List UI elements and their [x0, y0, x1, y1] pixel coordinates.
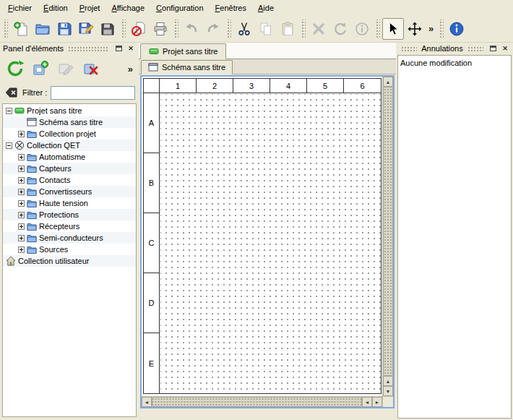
- float-panel-button[interactable]: [488, 44, 498, 53]
- tree-item-label: Schéma sans titre: [39, 118, 103, 127]
- float-panel-button[interactable]: [113, 44, 124, 53]
- expand-expander-icon[interactable]: [18, 189, 25, 195]
- save-as-button[interactable]: [75, 18, 97, 40]
- clear-filter-icon: [5, 86, 18, 99]
- move-tool-button[interactable]: [404, 18, 426, 40]
- collapse-expander-icon[interactable]: [6, 142, 12, 149]
- undo-empty-message[interactable]: Aucune modification: [400, 57, 509, 68]
- close-document-button[interactable]: [128, 18, 150, 40]
- tab-projet-sans-titre[interactable]: Projet sans titre: [140, 43, 226, 59]
- schema-canvas[interactable]: [160, 94, 381, 393]
- filter-row: Filtrer :: [0, 83, 139, 102]
- tree-item-automatisme[interactable]: Automatisme: [3, 151, 136, 163]
- scroll-up-button[interactable]: ▲: [383, 376, 393, 386]
- tree-item-capteurs[interactable]: Capteurs: [3, 163, 136, 174]
- expand-expander-icon[interactable]: [18, 177, 25, 184]
- expand-expander-icon[interactable]: [18, 235, 25, 241]
- elements-panel: Panel d'éléments ✕ » Filtrer :: [0, 43, 139, 420]
- delete-button[interactable]: [308, 18, 329, 40]
- reload-collections-button[interactable]: [4, 58, 26, 80]
- delete-element-button[interactable]: [80, 58, 102, 80]
- paste-button[interactable]: [277, 18, 298, 40]
- close-panel-button[interactable]: ✕: [126, 44, 136, 53]
- expand-expander-icon[interactable]: [18, 166, 25, 172]
- clear-filter-button[interactable]: [4, 85, 19, 100]
- menu-fichier[interactable]: Fichier: [2, 1, 38, 14]
- expand-expander-icon[interactable]: [18, 200, 25, 207]
- undo-button[interactable]: [181, 18, 202, 40]
- toolbar-handle[interactable]: [439, 20, 444, 38]
- menu-edition[interactable]: Édition: [38, 1, 74, 14]
- arrow-left-icon: ◄: [145, 400, 150, 405]
- tree-item-recepteurs[interactable]: Récepteurs: [3, 220, 136, 232]
- dock-grip-handle[interactable]: [401, 46, 417, 51]
- tree-item-sources[interactable]: Sources: [3, 244, 136, 255]
- info-button[interactable]: [351, 18, 373, 40]
- print-button[interactable]: [150, 18, 171, 40]
- menu-aide[interactable]: Aide: [252, 1, 280, 14]
- toolbar-handle[interactable]: [226, 20, 231, 38]
- save-as-icon: [78, 21, 94, 37]
- tree-item-contacts[interactable]: Contacts: [3, 174, 136, 186]
- cut-button[interactable]: [233, 18, 255, 40]
- expand-expander-icon[interactable]: [18, 212, 25, 218]
- tree-item-project[interactable]: Projet sans titre: [3, 105, 136, 116]
- tree-item-convertisseurs[interactable]: Convertisseurs: [3, 186, 136, 197]
- elements-panel-title: Panel d'éléments: [3, 44, 64, 53]
- scroll-down-button[interactable]: ▼: [383, 386, 393, 396]
- copy-button[interactable]: [255, 18, 277, 40]
- horizontal-scrollbar-thumb[interactable]: [152, 397, 362, 407]
- menu-configuration[interactable]: Configuration: [150, 1, 209, 14]
- toolbar-handle[interactable]: [375, 20, 380, 38]
- collapse-expander-icon[interactable]: [6, 108, 12, 114]
- tree-item-schema[interactable]: Schéma sans titre: [3, 116, 136, 128]
- toolbar-handle[interactable]: [301, 20, 306, 38]
- float-icon: [490, 46, 496, 51]
- toolbar-handle[interactable]: [3, 20, 8, 38]
- elements-panel-toolbar: »: [0, 54, 139, 83]
- save-button[interactable]: [53, 18, 75, 40]
- close-panel-button[interactable]: ✕: [500, 44, 510, 53]
- scroll-left-button[interactable]: ◄: [142, 397, 152, 407]
- redo-button[interactable]: [202, 18, 224, 40]
- ruler-column-label: 1: [160, 79, 197, 93]
- expand-expander-icon[interactable]: [18, 154, 25, 160]
- main-toolbar: »: [0, 15, 513, 43]
- toolbar-overflow-button[interactable]: »: [426, 23, 436, 34]
- vertical-scrollbar-thumb[interactable]: [383, 87, 393, 376]
- save-all-button[interactable]: [97, 18, 118, 40]
- tree-item-collection-qet[interactable]: Collection QET: [3, 140, 136, 151]
- scroll-left-button[interactable]: ◄: [362, 397, 372, 407]
- dock-grip-handle[interactable]: [467, 46, 483, 51]
- expand-expander-icon[interactable]: [18, 223, 25, 230]
- edit-element-button[interactable]: [55, 58, 77, 80]
- scroll-right-button[interactable]: ►: [372, 397, 382, 407]
- tree-item-haute-tension[interactable]: Haute tension: [3, 197, 136, 209]
- open-document-button[interactable]: [32, 18, 53, 40]
- new-document-button[interactable]: [10, 18, 32, 40]
- mdi-area: Projet sans titre Schéma sans titre 1 2 …: [139, 43, 396, 420]
- menu-projet[interactable]: Projet: [74, 1, 106, 14]
- dock-grip-handle[interactable]: [68, 46, 109, 51]
- rotate-button[interactable]: [329, 18, 351, 40]
- scroll-up-button[interactable]: ▲: [383, 77, 393, 87]
- about-button[interactable]: [446, 18, 467, 40]
- tree-item-semi-conducteurs[interactable]: Semi-conducteurs: [3, 232, 136, 244]
- tree-item-collection-projet[interactable]: Collection projet: [3, 128, 136, 140]
- panel-toolbar-overflow-button[interactable]: »: [128, 64, 134, 74]
- tab-schema-sans-titre[interactable]: Schéma sans titre: [141, 60, 233, 74]
- toolbar-handle[interactable]: [121, 20, 126, 38]
- ruler-column-label: 2: [197, 79, 233, 93]
- select-tool-button[interactable]: [382, 18, 404, 40]
- menu-fenetres[interactable]: Fenêtres: [210, 1, 252, 14]
- expand-expander-icon[interactable]: [18, 247, 25, 253]
- filter-input[interactable]: [51, 86, 135, 100]
- toolbar-handle[interactable]: [173, 20, 178, 38]
- ruler-row-label: B: [144, 153, 159, 213]
- new-element-button[interactable]: [30, 58, 51, 80]
- folder-icon: [27, 210, 37, 220]
- menu-affichage[interactable]: Affichage: [105, 1, 150, 14]
- expand-expander-icon[interactable]: [18, 131, 25, 137]
- tree-item-protections[interactable]: Protections: [3, 209, 136, 220]
- tree-item-collection-utilisateur[interactable]: Collection utilisateur: [3, 255, 136, 267]
